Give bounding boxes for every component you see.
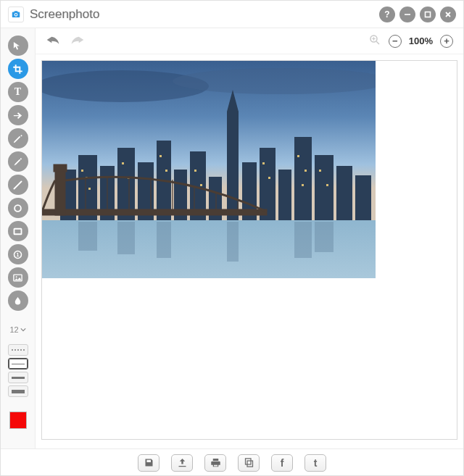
svg-rect-51: [42, 209, 267, 215]
svg-rect-69: [245, 459, 251, 464]
svg-rect-26: [227, 112, 239, 220]
stroke-thin[interactable]: [8, 358, 28, 369]
svg-rect-43: [200, 184, 202, 186]
top-toolbar: − 100% +: [36, 28, 463, 54]
svg-point-11: [16, 276, 17, 277]
svg-rect-49: [319, 170, 321, 172]
zoom-controls: − 100% +: [368, 33, 453, 49]
pointer-tool[interactable]: [8, 36, 28, 56]
svg-rect-46: [297, 155, 299, 157]
main-area: T 1 12: [1, 28, 463, 448]
svg-rect-34: [355, 175, 371, 220]
zoom-out-button[interactable]: −: [389, 35, 402, 48]
svg-rect-31: [294, 137, 312, 220]
maximize-button[interactable]: [420, 7, 436, 22]
twitter-share-button[interactable]: t: [304, 454, 326, 472]
svg-rect-48: [302, 184, 304, 186]
upload-button[interactable]: [171, 454, 193, 472]
undo-button[interactable]: [46, 33, 60, 49]
svg-rect-37: [88, 188, 91, 190]
line-tool[interactable]: [8, 175, 28, 195]
svg-rect-32: [315, 155, 334, 220]
zoom-fit-icon[interactable]: [368, 33, 381, 49]
svg-rect-50: [326, 184, 328, 186]
svg-rect-38: [122, 162, 124, 164]
facebook-share-button[interactable]: f: [271, 454, 293, 472]
svg-rect-66: [294, 222, 312, 258]
svg-rect-41: [165, 170, 167, 172]
image-tool[interactable]: [8, 267, 28, 288]
svg-rect-30: [278, 170, 291, 220]
svg-rect-67: [315, 222, 334, 252]
svg-rect-64: [157, 222, 171, 258]
svg-rect-63: [117, 222, 135, 254]
size-value: 12: [9, 325, 18, 334]
rectangle-tool[interactable]: [8, 221, 28, 241]
stroke-dotted[interactable]: [8, 344, 28, 356]
canvas-frame[interactable]: [41, 60, 457, 440]
svg-rect-42: [194, 170, 196, 172]
ellipse-tool[interactable]: [8, 198, 28, 218]
chevron-down-icon: [20, 327, 26, 333]
stroke-options: [8, 344, 28, 397]
number-stamp-tool[interactable]: 1: [8, 244, 28, 264]
save-button[interactable]: [138, 454, 160, 472]
svg-point-2: [15, 14, 17, 16]
svg-rect-65: [227, 222, 239, 262]
copy-button[interactable]: [238, 454, 260, 472]
svg-text:1: 1: [17, 252, 20, 257]
zoom-in-button[interactable]: +: [440, 35, 453, 48]
color-swatch[interactable]: [9, 412, 27, 429]
svg-rect-62: [78, 222, 97, 251]
minimize-button[interactable]: [399, 7, 415, 22]
marker-tool[interactable]: [8, 151, 28, 172]
redo-button[interactable]: [70, 33, 85, 49]
app-logo-icon: [8, 7, 24, 22]
arrow-tool[interactable]: [8, 105, 28, 125]
svg-rect-35: [81, 170, 83, 172]
help-button[interactable]: ?: [379, 7, 395, 22]
svg-rect-40: [160, 155, 162, 157]
size-select[interactable]: 12: [9, 325, 25, 334]
bottom-bar: f t: [1, 448, 463, 476]
titlebar: Screenphoto ?: [1, 1, 463, 28]
svg-rect-52: [55, 170, 65, 215]
pencil-tool[interactable]: [8, 128, 28, 149]
svg-rect-7: [14, 228, 22, 234]
svg-rect-3: [14, 11, 18, 12]
close-button[interactable]: [440, 7, 456, 22]
svg-point-6: [14, 205, 21, 212]
svg-rect-33: [336, 166, 352, 220]
svg-rect-53: [54, 164, 67, 172]
print-button[interactable]: [204, 454, 226, 472]
text-tool[interactable]: T: [8, 82, 28, 102]
svg-rect-68: [247, 461, 253, 467]
stroke-thick[interactable]: [8, 385, 28, 397]
crop-tool[interactable]: [8, 59, 28, 79]
stroke-medium[interactable]: [8, 372, 28, 383]
app-title: Screenphoto: [30, 7, 99, 22]
svg-rect-44: [262, 162, 265, 164]
svg-rect-45: [268, 177, 270, 179]
screenshot-image: [42, 61, 376, 278]
canvas-wrap: [36, 54, 463, 448]
content-area: − 100% +: [36, 28, 463, 448]
tool-sidebar: T 1 12: [1, 28, 36, 448]
zoom-level: 100%: [409, 36, 433, 46]
blur-tool[interactable]: [8, 291, 28, 311]
svg-rect-5: [426, 12, 431, 17]
svg-rect-47: [304, 170, 307, 172]
svg-rect-4: [405, 14, 410, 15]
